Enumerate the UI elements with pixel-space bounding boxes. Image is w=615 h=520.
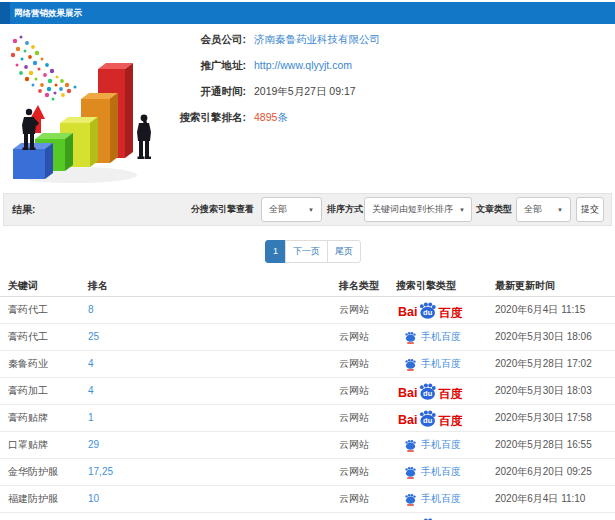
table-header: 关键词 排名 排名类型 搜索引擎类型 最新更新时间 xyxy=(0,274,615,297)
article-type-label: 文章类型 xyxy=(476,203,512,216)
table-row: 秦鲁药业 4 云网站 手机百度 2020年5月28日 17:02 xyxy=(0,351,615,378)
member-info: 会员公司:济南秦鲁药业科技有限公司推广地址:http://www.qlyyjt.… xyxy=(170,26,380,130)
mobile-baidu-label: 手机百度 xyxy=(421,324,461,350)
engine-cell: 手机百度 xyxy=(396,351,461,377)
info-label: 推广地址: xyxy=(170,52,246,78)
update-time-cell: 2020年5月28日 17:02 xyxy=(495,351,592,377)
keyword-cell: 膏药代工 xyxy=(8,297,48,323)
baidu-logo: Baidu百度 xyxy=(398,302,462,319)
table-row: 膏药加工 4 云网站 Baidu百度 2020年5月30日 18:03 xyxy=(0,378,615,405)
info-row: 搜索引擎排名:4895条 xyxy=(170,104,380,130)
title-bar: 网络营销效果展示 xyxy=(0,2,615,24)
keyword-cell: 秦鲁药业 xyxy=(8,351,48,377)
rank-link[interactable]: 4 xyxy=(88,385,94,396)
rank-link[interactable]: 4 xyxy=(88,358,94,369)
mobile-baidu-label: 手机百度 xyxy=(421,432,461,458)
engine-cell: Baidu百度 xyxy=(396,378,462,404)
rank-link[interactable]: 29 xyxy=(88,439,99,450)
info-row: 开通时间:2019年5月27日 09:17 xyxy=(170,78,380,104)
sort-select[interactable]: 关键词由短到长排序▼ xyxy=(364,197,472,222)
profile-section: 会员公司:济南秦鲁药业科技有限公司推广地址:http://www.qlyyjt.… xyxy=(0,24,615,190)
info-label: 搜索引擎排名: xyxy=(170,104,246,130)
mobile-baidu-icon xyxy=(404,466,417,479)
baidu-logo: Baidu百度 xyxy=(398,383,462,400)
rank-link[interactable]: 17,25 xyxy=(88,466,113,477)
engine-cell: 手机百度 xyxy=(396,324,461,350)
update-time-cell: 2020年6月20日 09:25 xyxy=(495,459,592,485)
rank-type-cell: 云网站 xyxy=(339,486,369,512)
table-row: 口罩贴牌 29 云网站 手机百度 2020年5月28日 16:55 xyxy=(0,432,615,459)
table-row: 膏药代工 8 云网站 Baidu百度 2020年6月4日 11:15 xyxy=(0,297,615,324)
keyword-cell: 膏药贴牌 xyxy=(8,405,48,431)
header-keyword: 关键词 xyxy=(8,274,38,297)
rank-type-cell: 云网站 xyxy=(339,405,369,431)
engine-cell: Baidu百度 xyxy=(396,297,462,323)
mobile-baidu-label: 手机百度 xyxy=(421,486,461,512)
header-engine-type: 搜索引擎类型 xyxy=(396,274,456,296)
keyword-cell: 福建防护服 xyxy=(8,486,58,512)
header-rank-type: 排名类型 xyxy=(339,274,379,297)
rank-link[interactable]: 1 xyxy=(88,412,94,423)
update-time-cell: 2020年6月4日 11:15 xyxy=(495,297,585,323)
table-row: 膏药代工 25 云网站 手机百度 2020年5月30日 18:06 xyxy=(0,324,615,351)
rank-type-cell: 云网站 xyxy=(339,432,369,458)
svg-text:du: du xyxy=(424,308,434,317)
keyword-cell: 口罩贴牌 xyxy=(8,432,48,458)
growth-chart-illustration xyxy=(5,33,167,189)
mobile-baidu-icon xyxy=(404,439,417,452)
page-1-button[interactable]: 1 xyxy=(265,240,286,263)
title-bar-left-edge xyxy=(0,2,10,24)
rank-link[interactable]: 10 xyxy=(88,493,99,504)
info-value[interactable]: 济南秦鲁药业科技有限公司 xyxy=(254,33,380,45)
keyword-cell: 金华防护服 xyxy=(8,459,58,485)
engine-cell: 手机百度 xyxy=(396,486,461,512)
caret-down-icon: ▼ xyxy=(459,207,465,213)
engine-cell: 手机百度 xyxy=(396,459,461,485)
submit-button[interactable]: 提交 xyxy=(576,197,604,222)
table-row: 福建防护服 10 云网站 手机百度 2020年6月4日 11:10 xyxy=(0,486,615,513)
sort-label: 排序方式 xyxy=(327,203,363,216)
keyword-cell: 膏药加工 xyxy=(8,378,48,404)
mobile-baidu-label: 手机百度 xyxy=(421,351,461,377)
header-update-time: 最新更新时间 xyxy=(495,274,555,297)
info-value: 2019年5月27日 09:17 xyxy=(254,85,356,97)
svg-text:du: du xyxy=(424,416,434,425)
ranking-table: 关键词 排名 排名类型 搜索引擎类型 最新更新时间 膏药代工 8 云网站 Bai… xyxy=(0,274,615,520)
article-type-select[interactable]: 全部▼ xyxy=(516,197,571,222)
info-label: 会员公司: xyxy=(170,26,246,52)
pagination: 1下一页尾页 xyxy=(265,240,361,263)
keyword-cell: 膏药代工 xyxy=(8,324,48,350)
svg-text:du: du xyxy=(424,389,434,398)
table-row: 金华防护服 17,25 云网站 手机百度 2020年6月20日 09:25 xyxy=(0,459,615,486)
update-time-cell: 2020年5月30日 18:03 xyxy=(495,378,592,404)
rank-link[interactable]: 8 xyxy=(88,304,94,315)
caret-down-icon: ▼ xyxy=(308,207,314,213)
filter-bar: 结果: 分搜索引擎查看 全部▼ 排序方式 关键词由短到长排序▼ 文章类型 全部▼… xyxy=(3,193,612,226)
update-time-cell: 2020年5月30日 17:58 xyxy=(495,405,592,431)
mobile-baidu-icon xyxy=(404,493,417,506)
mobile-baidu-icon xyxy=(404,358,417,371)
table-row: 膏药贴牌 1 云网站 Baidu百度 2020年5月30日 17:58 xyxy=(0,405,615,432)
mobile-baidu-label: 手机百度 xyxy=(421,459,461,485)
mobile-baidu-icon xyxy=(404,331,417,344)
last-page-button[interactable]: 尾页 xyxy=(327,240,361,263)
caret-down-icon: ▼ xyxy=(557,207,563,213)
info-row: 推广地址:http://www.qlyyjt.com xyxy=(170,52,380,78)
rank-link[interactable]: 25 xyxy=(88,331,99,342)
table-row: Baidu百度 xyxy=(0,513,615,520)
engine-filter-label: 分搜索引擎查看 xyxy=(191,203,254,216)
rank-type-cell: 云网站 xyxy=(339,378,369,404)
info-value-suffix: 条 xyxy=(277,111,288,123)
info-label: 开通时间: xyxy=(170,78,246,104)
info-row: 会员公司:济南秦鲁药业科技有限公司 xyxy=(170,26,380,52)
rank-type-cell: 云网站 xyxy=(339,324,369,350)
info-value[interactable]: http://www.qlyyjt.com xyxy=(254,59,352,71)
rank-type-cell: 云网站 xyxy=(339,459,369,485)
engine-cell: 手机百度 xyxy=(396,432,461,458)
baidu-logo: Baidu百度 xyxy=(398,410,462,427)
engine-select[interactable]: 全部▼ xyxy=(261,197,322,222)
next-page-button[interactable]: 下一页 xyxy=(285,240,328,263)
update-time-cell: 2020年6月4日 11:10 xyxy=(495,486,585,512)
page-title: 网络营销效果展示 xyxy=(14,2,82,24)
engine-cell: Baidu百度 xyxy=(396,513,462,520)
